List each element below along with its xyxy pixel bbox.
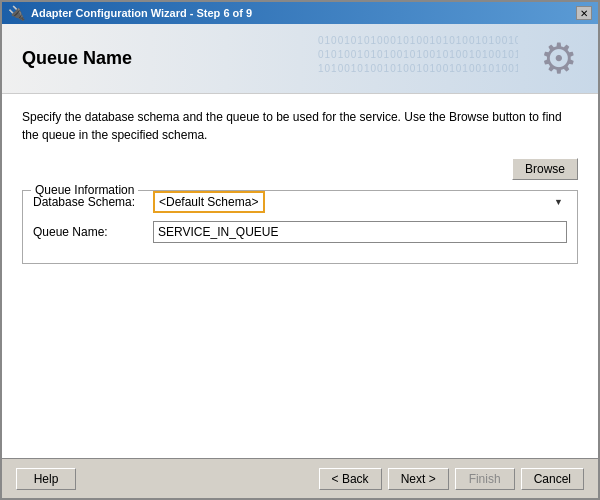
wizard-window: 🔌 Adapter Configuration Wizard - Step 6 … [0,0,600,500]
db-schema-select[interactable]: <Default Schema> [153,191,265,213]
next-button[interactable]: Next > [388,468,449,490]
browse-button[interactable]: Browse [512,158,578,180]
binary-background: 0100101010001010010101001010010100101001… [318,34,518,104]
description-text: Specify the database schema and the queu… [22,108,578,144]
queue-info-group: Queue Information Database Schema: <Defa… [22,190,578,264]
main-content: Specify the database schema and the queu… [2,94,598,458]
title-bar-left: 🔌 Adapter Configuration Wizard - Step 6 … [8,5,252,21]
title-bar: 🔌 Adapter Configuration Wizard - Step 6 … [2,2,598,24]
header-title: Queue Name [22,48,132,69]
close-button[interactable]: ✕ [576,6,592,20]
footer: Help < Back Next > Finish Cancel [2,458,598,498]
db-schema-label: Database Schema: [33,195,153,209]
finish-button[interactable]: Finish [455,468,515,490]
gear-icon: ⚙ [540,34,578,83]
group-legend: Queue Information [31,183,138,197]
queue-name-input[interactable] [153,221,567,243]
queue-name-label: Queue Name: [33,225,153,239]
header-right: 0100101010001010010101001010010100101001… [540,34,578,83]
db-schema-select-wrapper: <Default Schema> [153,191,567,213]
back-button[interactable]: < Back [319,468,382,490]
footer-right: < Back Next > Finish Cancel [319,468,584,490]
browse-row: Browse [22,158,578,180]
header-banner: Queue Name 01001010100010100101010010100… [2,24,598,94]
window-title: Adapter Configuration Wizard - Step 6 of… [31,7,252,19]
help-button[interactable]: Help [16,468,76,490]
app-icon: 🔌 [8,5,25,21]
cancel-button[interactable]: Cancel [521,468,584,490]
queue-name-row: Queue Name: [33,221,567,243]
